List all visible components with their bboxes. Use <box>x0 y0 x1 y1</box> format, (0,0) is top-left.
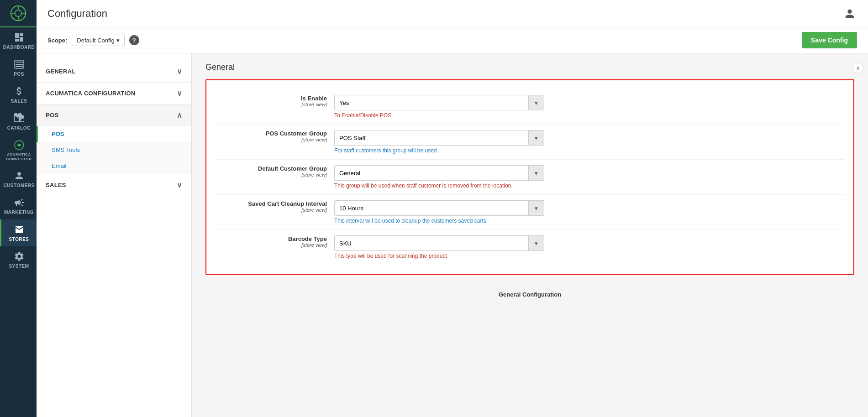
config-row-is-enable: Is Enable [store view] Yes No ▾ To Enabl… <box>216 89 844 125</box>
nav-section-label-general: GENERAL <box>46 68 76 75</box>
sidebar-item-sales[interactable]: SALES <box>0 81 37 108</box>
main-panel: ∧ General Is Enable [store view] Yes No <box>192 53 868 417</box>
main-content: Configuration Scope: Default Config ▾ ? … <box>37 0 868 417</box>
sidebar-label-customers: CUSTOMERS <box>3 183 34 188</box>
store-view-pos-customer-group: [store view] <box>216 137 327 142</box>
help-icon[interactable]: ? <box>129 35 139 45</box>
nav-section-header-acumatica[interactable]: ACUMATICA CONFIGURATION ∨ <box>37 83 191 104</box>
nav-section-acumatica: ACUMATICA CONFIGURATION ∨ <box>37 83 191 104</box>
sidebar-item-pos[interactable]: POS <box>0 54 37 81</box>
user-icon[interactable] <box>842 6 857 21</box>
scope-dropdown[interactable]: Default Config ▾ <box>72 35 124 46</box>
field-label-pos-customer-group: POS Customer Group <box>216 130 327 137</box>
nav-section-header-pos[interactable]: POS ∧ <box>37 104 191 126</box>
select-arrow-saved-cart: ▾ <box>528 201 544 215</box>
select-wrapper-default-customer-group: General POS Staff ▾ <box>334 165 544 181</box>
section-footer: General Configuration <box>205 284 854 305</box>
sidebar-label-catalog: CATALOG <box>7 125 31 130</box>
sidebar-item-dashboard[interactable]: DASHBOARD <box>0 27 37 54</box>
config-box: Is Enable [store view] Yes No ▾ To Enabl… <box>205 79 854 275</box>
store-view-default-customer-group: [store view] <box>216 172 327 177</box>
nav-section-label-sales: SALES <box>46 182 66 188</box>
page-title: Configuration <box>47 8 107 20</box>
svg-point-8 <box>18 144 21 146</box>
select-default-customer-group[interactable]: General POS Staff <box>335 167 528 180</box>
nav-sub-item-sms-tools[interactable]: SMS Tools <box>37 142 191 158</box>
nav-section-header-general[interactable]: GENERAL ∨ <box>37 61 191 82</box>
select-arrow-default-customer-group: ▾ <box>528 166 544 180</box>
control-col-barcode-type: SKU Barcode UPC ▾ This type will be used… <box>334 235 844 259</box>
sidebar-label-dashboard: DASHBOARD <box>3 45 35 50</box>
nav-section-general: GENERAL ∨ <box>37 61 191 83</box>
label-col-pos-customer-group: POS Customer Group [store view] <box>216 130 334 142</box>
select-arrow-barcode-type: ▾ <box>528 236 544 250</box>
label-col-is-enable: Is Enable [store view] <box>216 95 334 107</box>
nav-sub-item-email[interactable]: Email <box>37 158 191 174</box>
chevron-down-icon-2: ∨ <box>177 89 182 98</box>
config-row-default-customer-group: Default Customer Group [store view] Gene… <box>216 160 844 195</box>
sidebar-item-marketing[interactable]: MARKETING <box>0 193 37 219</box>
top-header: Configuration <box>37 0 868 27</box>
select-arrow-is-enable: ▾ <box>528 95 544 110</box>
field-label-default-customer-group: Default Customer Group <box>216 165 327 172</box>
field-label-saved-cart: Saved Cart Cleanup Interval <box>216 200 327 207</box>
store-view-saved-cart: [store view] <box>216 207 327 213</box>
sidebar-label-acumatica: ACUMATICA CONNECTOR <box>4 152 34 161</box>
sidebar-item-customers[interactable]: CUSTOMERS <box>0 166 37 193</box>
section-title: General <box>205 63 854 72</box>
sidebar-item-acumatica[interactable]: ACUMATICA CONNECTOR <box>0 135 37 166</box>
scope-left: Scope: Default Config ▾ ? <box>47 35 139 46</box>
sidebar: DASHBOARD POS SALES CATALOG ACUMATICA CO… <box>0 0 37 417</box>
control-col-pos-customer-group: POS Staff General ▾ For staff customers … <box>334 130 844 154</box>
field-label-barcode-type: Barcode Type <box>216 235 327 242</box>
nav-sub-items-pos: POS SMS Tools Email <box>37 126 191 174</box>
select-is-enable[interactable]: Yes No <box>335 96 528 109</box>
sidebar-label-pos: POS <box>14 72 24 77</box>
scope-label: Scope: <box>47 37 67 44</box>
sidebar-item-stores[interactable]: STORES <box>0 219 37 246</box>
scope-bar: Scope: Default Config ▾ ? Save Config <box>37 27 868 53</box>
chevron-down-icon-3: ∨ <box>177 181 182 189</box>
hint-pos-customer-group: For staff customers this group will be u… <box>334 147 844 154</box>
left-nav: GENERAL ∨ ACUMATICA CONFIGURATION ∨ POS … <box>37 53 192 417</box>
svg-point-1 <box>15 10 21 16</box>
nav-section-header-sales[interactable]: SALES ∨ <box>37 174 191 196</box>
control-col-is-enable: Yes No ▾ To Enable/Disable POS <box>334 95 844 119</box>
sidebar-label-sales: SALES <box>11 99 27 104</box>
chevron-up-icon: ∧ <box>177 111 182 120</box>
select-pos-customer-group[interactable]: POS Staff General <box>335 131 528 145</box>
sidebar-item-catalog[interactable]: CATALOG <box>0 108 37 135</box>
select-wrapper-barcode-type: SKU Barcode UPC ▾ <box>334 235 544 251</box>
sidebar-item-system[interactable]: SYSTEM <box>0 246 37 273</box>
config-row-barcode-type: Barcode Type [store view] SKU Barcode UP… <box>216 230 844 265</box>
hint-is-enable: To Enable/Disable POS <box>334 112 844 119</box>
select-wrapper-saved-cart: 10 Hours 24 Hours 48 Hours ▾ <box>334 200 544 216</box>
select-barcode-type[interactable]: SKU Barcode UPC <box>335 237 528 250</box>
nav-section-label-acumatica: ACUMATICA CONFIGURATION <box>46 90 136 97</box>
nav-section-pos: POS ∧ POS SMS Tools Email <box>37 104 191 174</box>
nav-sub-item-pos[interactable]: POS <box>37 126 191 142</box>
save-config-button[interactable]: Save Config <box>802 32 857 48</box>
collapse-button[interactable]: ∧ <box>852 63 863 73</box>
hint-saved-cart: This interval will be used to cleanup th… <box>334 218 844 224</box>
sidebar-logo <box>0 0 37 27</box>
label-col-default-customer-group: Default Customer Group [store view] <box>216 165 334 177</box>
select-saved-cart[interactable]: 10 Hours 24 Hours 48 Hours <box>335 202 528 215</box>
sidebar-label-marketing: MARKETING <box>4 210 34 215</box>
sidebar-label-system: SYSTEM <box>9 264 29 269</box>
hint-barcode-type: This type will be used for scanning the … <box>334 253 844 259</box>
chevron-down-icon: ∨ <box>177 67 182 76</box>
label-col-saved-cart: Saved Cart Cleanup Interval [store view] <box>216 200 334 213</box>
select-wrapper-pos-customer-group: POS Staff General ▾ <box>334 130 544 146</box>
nav-section-label-pos: POS <box>46 112 58 119</box>
hint-default-customer-group: This group will be used when staff custo… <box>334 182 844 189</box>
scope-selected: Default Config <box>77 37 114 44</box>
store-view-barcode-type: [store view] <box>216 242 327 248</box>
scope-dropdown-chevron: ▾ <box>116 37 120 44</box>
control-col-saved-cart: 10 Hours 24 Hours 48 Hours ▾ This interv… <box>334 200 844 224</box>
label-col-barcode-type: Barcode Type [store view] <box>216 235 334 248</box>
select-wrapper-is-enable: Yes No ▾ <box>334 95 544 110</box>
select-arrow-pos-customer-group: ▾ <box>528 130 544 145</box>
config-row-saved-cart: Saved Cart Cleanup Interval [store view]… <box>216 195 844 230</box>
field-label-is-enable: Is Enable <box>216 95 327 102</box>
